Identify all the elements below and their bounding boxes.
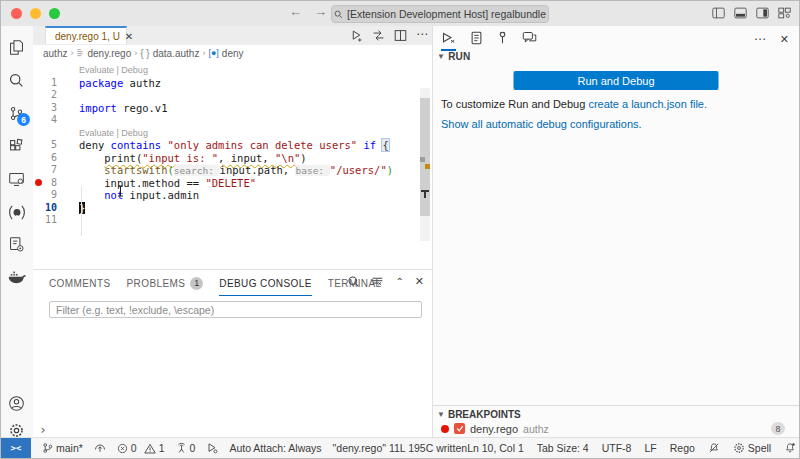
breakpoint-enabled-checkbox[interactable] [454,423,465,434]
tab-problems[interactable]: PROBLEMS1 [127,270,204,296]
debug-item[interactable] [206,442,218,454]
search-icon [334,10,343,19]
toggle-panel-icon[interactable] [734,7,747,19]
editor-scrollbar[interactable] [420,88,430,241]
warning-icon [144,443,156,454]
show-debug-configs-link[interactable]: Show all automatic debug configurations. [441,118,642,130]
language-mode-item[interactable]: Rego [670,442,695,454]
code-line-6[interactable]: 6 print("input is: ", input, "\n") [33,152,432,165]
breadcrumb-item-package[interactable]: data.authz [153,48,200,59]
notifications-item[interactable] [784,442,796,454]
breadcrumb-item-file[interactable]: deny.rego [87,48,131,59]
code-line-1[interactable]: 1package authz [33,77,432,90]
encoding-item[interactable]: UTF-8 [602,442,632,454]
code-line-8[interactable]: 8 input.method == "DELETE" [33,177,432,190]
toggle-secondary-sidebar-icon[interactable] [756,7,769,19]
problems-badge: 1 [190,277,203,290]
clear-console-icon[interactable] [371,275,384,288]
editor-group: deny.rego 1, U ✕ ⋯ authz › deny.rego › {… [33,26,432,269]
explorer-icon[interactable] [1,32,32,62]
create-launch-json-link[interactable]: create a launch.json file. [588,98,707,110]
problems-item[interactable]: 0 1 [117,442,165,454]
git-branch-item[interactable]: main* [42,442,83,454]
open-changes-icon[interactable] [372,29,385,42]
policy-testing-icon[interactable] [1,229,32,259]
do-not-disturb-item[interactable] [708,442,720,454]
indentation-item[interactable]: Tab Size: 4 [537,442,589,454]
spell-checker-item[interactable]: Spell [733,442,771,454]
symbol-rule-icon: [●] [208,48,218,58]
line-number: 3 [43,102,57,115]
code-line-4[interactable]: 4 [33,114,432,127]
code-line-11[interactable]: 11 [33,214,432,227]
opa-extension-icon[interactable] [1,197,32,227]
history-back-button[interactable]: ← [289,4,302,19]
tab-comments[interactable]: COMMENTS [49,270,111,296]
views-more-actions-icon[interactable]: ⋯ [754,32,766,46]
remote-indicator[interactable]: >< [1,438,31,458]
debug-repl-prompt[interactable]: › [39,423,47,436]
debug-console-filter-input[interactable] [49,301,422,318]
zoom-window-button[interactable] [49,8,60,19]
code-line-2[interactable]: 2 [33,89,432,102]
search-icon[interactable] [1,65,32,95]
tab-deny-rego[interactable]: deny.rego 1, U ✕ [45,26,127,44]
customize-layout-icon[interactable] [778,7,791,19]
minimize-window-button[interactable] [30,8,41,19]
code-line-5[interactable]: 5deny contains "only admins can delete u… [33,139,432,152]
bottom-panel: COMMENTS PROBLEMS1 DEBUG CONSOLE TERMINA… [33,269,432,438]
code-lens[interactable]: Evaluate | Debug [33,64,432,77]
breakpoint-row[interactable]: deny.rego authz 8 [433,422,799,438]
indent-guide [81,186,82,236]
tab-debug-console[interactable]: DEBUG CONSOLE [219,270,311,296]
auto-attach-item[interactable]: Auto Attach: Always [229,442,321,454]
spell-gear-icon [733,442,745,454]
braces-icon: { } [140,48,149,59]
filter-search-icon[interactable] [347,275,360,288]
more-actions-icon[interactable]: ⋯ [416,29,428,42]
publish-changes-item[interactable] [94,442,106,454]
ports-item[interactable]: 0 [176,442,196,454]
source-control-icon[interactable]: 6 [1,98,32,128]
run-policy-icon[interactable] [350,29,363,42]
comments-view-icon[interactable] [522,31,537,48]
toggle-primary-sidebar-icon[interactable] [712,7,725,19]
split-editor-icon[interactable] [394,29,407,42]
code-editor[interactable]: Evaluate | Debug1package authz23import r… [33,61,432,269]
file-written-item: "deny.rego" 11L 195C written [333,442,468,454]
plug-view-icon[interactable] [497,31,508,49]
breakpoint-dot[interactable] [35,179,42,186]
breakpoint-dot-icon [441,425,449,433]
debug-alt-icon [206,442,218,454]
accounts-icon[interactable] [1,388,32,418]
eol-item[interactable]: LF [644,442,656,454]
code-line-9[interactable]: 9 not input.admin [33,189,432,202]
history-forward-button[interactable]: → [314,4,327,19]
run-section-header[interactable]: ▼ RUN [437,51,470,62]
breadcrumb-item-folder[interactable]: authz [43,48,67,59]
line-number: 4 [43,114,57,127]
run-and-debug-button[interactable]: Run and Debug [514,71,719,90]
tab-label: deny.rego 1, U [55,31,120,42]
tab-close-icon[interactable]: ✕ [125,31,133,42]
maximize-panel-icon[interactable]: ⌃ [395,276,403,287]
code-line-10[interactable]: 10} [33,202,432,215]
run-and-debug-view-icon[interactable] [441,31,456,51]
breakpoints-section-header[interactable]: ▼ BREAKPOINTS [433,406,799,422]
status-bar: >< main* 0 1 0 Auto Attach: Always "deny… [1,437,799,458]
cursor-position-item[interactable]: Ln 10, Col 1 [467,442,524,454]
remote-explorer-icon[interactable] [1,164,32,194]
command-center-search[interactable]: [Extension Development Host] regalbundle [331,5,549,23]
close-window-button[interactable] [11,8,22,19]
docker-icon[interactable] [1,262,32,292]
close-panel-icon[interactable]: ✕ [415,275,424,288]
overview-mark-warning [425,164,430,169]
bell-icon [784,442,796,454]
code-line-3[interactable]: 3import rego.v1 [33,102,432,115]
close-sidebar-icon[interactable]: ✕ [780,33,789,46]
notebook-view-icon[interactable] [470,31,483,49]
code-line-7[interactable]: 7 startswith(search: input.path, base: "… [33,164,432,177]
extensions-icon[interactable] [1,131,32,161]
breadcrumb-item-symbol[interactable]: deny [222,48,244,59]
code-lens[interactable]: Evaluate | Debug [33,127,432,140]
